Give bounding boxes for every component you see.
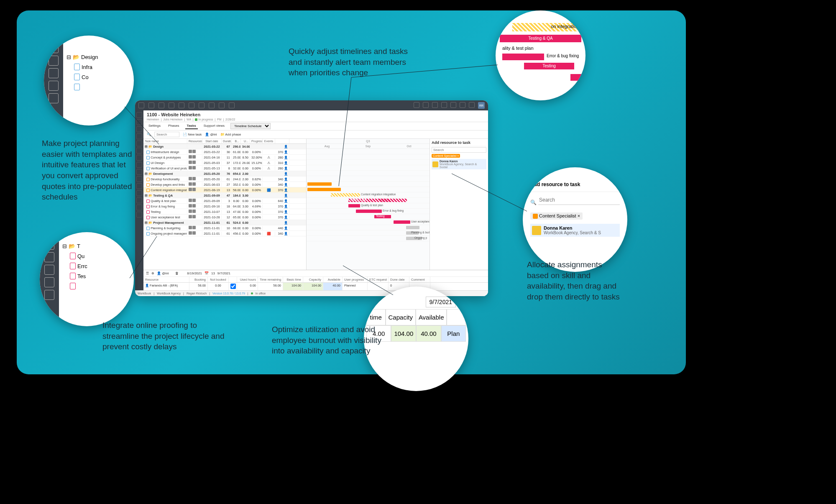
task-row[interactable]: Planning & budgeting2021-11-011068.000.0… bbox=[143, 225, 306, 231]
tab-tasks[interactable]: Tasks bbox=[185, 123, 198, 129]
rail-icon[interactable] bbox=[136, 183, 142, 189]
date-from[interactable]: 8/19/2021 bbox=[187, 271, 202, 275]
task-row[interactable]: Quality & test plan2021-09-0938.000.000.… bbox=[143, 198, 306, 204]
doc-icon[interactable] bbox=[49, 56, 59, 66]
rail-icon[interactable] bbox=[136, 133, 142, 139]
gear-icon[interactable] bbox=[469, 102, 475, 108]
rail-icon[interactable] bbox=[136, 162, 142, 168]
rail-icon[interactable] bbox=[136, 126, 142, 132]
gantt-bar[interactable] bbox=[570, 74, 583, 81]
gantt-bar[interactable] bbox=[356, 210, 382, 213]
task-row[interactable]: ⊟ 📂 Testing & QA2021-09-0947184.03.00 👤 bbox=[143, 193, 306, 198]
search-icon[interactable] bbox=[44, 265, 54, 275]
user-avatar[interactable]: RR bbox=[478, 102, 485, 109]
gantt-row[interactable]: User acceptance t bbox=[307, 220, 430, 225]
rail-icon[interactable] bbox=[136, 155, 142, 161]
rail-icon[interactable] bbox=[136, 119, 142, 125]
gantt-row[interactable]: Planning & budge bbox=[307, 230, 430, 236]
add-icon[interactable]: ⊕ bbox=[151, 271, 154, 275]
nav-icon[interactable] bbox=[209, 102, 215, 108]
date-to[interactable]: 9/7/2021 bbox=[217, 271, 230, 275]
gantt-row[interactable] bbox=[307, 176, 430, 182]
gantt-row[interactable]: Error & bug fixing bbox=[307, 209, 430, 214]
briefcase-icon[interactable] bbox=[44, 290, 54, 300]
print-icon[interactable] bbox=[450, 102, 456, 108]
task-row[interactable]: Ongoing project manageme2021-11-0161456.… bbox=[143, 231, 306, 236]
task-row[interactable]: Errc bbox=[60, 261, 134, 271]
gantt-row[interactable] bbox=[307, 165, 430, 171]
gantt-row[interactable]: Testing & QA bbox=[307, 198, 430, 203]
clipboard-icon[interactable] bbox=[49, 68, 59, 78]
gantt-bar[interactable] bbox=[406, 226, 419, 229]
tab-support-views[interactable]: Support views bbox=[202, 123, 226, 129]
task-row[interactable]: Tes bbox=[60, 271, 134, 281]
globe-icon[interactable] bbox=[423, 102, 429, 108]
task-row[interactable]: Verification of UI and proto2021-05-1383… bbox=[143, 166, 306, 171]
mail-icon[interactable] bbox=[44, 240, 54, 250]
task-row[interactable]: Infra bbox=[64, 62, 134, 72]
skill-chip[interactable]: Content Specialist × bbox=[530, 212, 583, 220]
gantt-bar[interactable]: Testing bbox=[524, 63, 574, 69]
nav-icon[interactable] bbox=[159, 102, 164, 108]
task-row[interactable]: ⊟ 📂 Design2021-03-2267290.034.00 👤 bbox=[143, 144, 306, 149]
gantt-row[interactable] bbox=[307, 154, 430, 160]
nav-icon[interactable] bbox=[148, 102, 154, 108]
view-select[interactable]: Timeline Schedule bbox=[230, 123, 271, 129]
task-row[interactable] bbox=[64, 82, 134, 92]
gantt-row[interactable] bbox=[307, 160, 430, 165]
gantt-bar[interactable] bbox=[502, 54, 544, 60]
rail-icon[interactable] bbox=[136, 212, 142, 217]
rail-icon[interactable] bbox=[136, 205, 142, 210]
task-row[interactable]: ⊟ 📂 Development2021-05-2076654.02.00 👤 bbox=[143, 171, 306, 177]
nav-icon[interactable] bbox=[138, 102, 144, 108]
task-row[interactable]: Develop functionality2021-05-2061244.02.… bbox=[143, 177, 306, 182]
gantt-bar[interactable] bbox=[331, 193, 360, 197]
calc-icon[interactable] bbox=[49, 81, 59, 91]
gantt-row[interactable]: Testing bbox=[307, 214, 430, 220]
task-row[interactable] bbox=[60, 281, 134, 291]
nav-icon[interactable] bbox=[189, 102, 194, 108]
nav-icon[interactable] bbox=[199, 102, 205, 108]
resource-person[interactable]: Donna Karen WorkBook Agency, Search & So… bbox=[432, 159, 486, 169]
gantt-row[interactable] bbox=[307, 225, 430, 230]
row-checkbox[interactable] bbox=[230, 284, 236, 289]
gantt-bar[interactable] bbox=[348, 204, 360, 207]
help-icon[interactable] bbox=[460, 102, 465, 108]
task-row[interactable]: Qu bbox=[60, 251, 134, 261]
tab-settings[interactable]: Settings bbox=[147, 123, 162, 129]
new-task-button[interactable]: 📄 New task bbox=[183, 133, 202, 136]
task-row[interactable]: Infrastructure design2021-03-223061.000.… bbox=[143, 149, 306, 155]
gantt-bar[interactable] bbox=[307, 182, 332, 186]
file-icon[interactable] bbox=[44, 252, 54, 262]
gantt-row[interactable] bbox=[307, 171, 430, 176]
task-row[interactable]: Concept & prototypes2021-04-161125.008.5… bbox=[143, 155, 306, 160]
task-row[interactable]: Testing2021-10-071347.000.000.00%370 👤 bbox=[143, 209, 306, 215]
folder-row[interactable]: ⊟📂Design bbox=[64, 52, 134, 62]
task-row[interactable]: Co bbox=[64, 72, 134, 82]
task-row[interactable]: Error & bug fixing2021-09-161864.003.004… bbox=[143, 204, 306, 209]
chat-icon[interactable] bbox=[49, 43, 59, 53]
task-row[interactable]: User acceptance test2021-10-281265.000.0… bbox=[143, 215, 306, 220]
resource-person[interactable]: Donna KarenWorkBook Agency, Search & S bbox=[530, 224, 620, 237]
gantt-row[interactable]: Quality & test plan bbox=[307, 203, 430, 209]
task-row[interactable]: ⊟ 📂 Project Management2021-11-0161524.00… bbox=[143, 220, 306, 225]
gantt-row[interactable] bbox=[307, 187, 430, 192]
rail-icon[interactable] bbox=[136, 176, 142, 182]
nav-icon[interactable] bbox=[229, 102, 235, 108]
bag-icon[interactable] bbox=[44, 277, 54, 287]
search-input[interactable] bbox=[154, 132, 179, 137]
pin-icon[interactable] bbox=[414, 102, 419, 108]
flag-icon[interactable] bbox=[441, 102, 447, 108]
task-row[interactable]: UI Design2021-05-0337172.026.0015.12%⚠31… bbox=[143, 160, 306, 166]
rail-icon[interactable] bbox=[136, 169, 142, 175]
rail-icon[interactable] bbox=[136, 112, 142, 118]
nav-icon[interactable] bbox=[169, 102, 174, 108]
rail-icon[interactable] bbox=[136, 141, 142, 146]
skill-chip[interactable]: Content Specialist × bbox=[432, 154, 460, 158]
tab-phases[interactable]: Phases bbox=[166, 123, 181, 129]
search-icon[interactable] bbox=[432, 102, 438, 108]
task-row[interactable]: Develop pages and links2021-06-0327352.0… bbox=[143, 182, 306, 187]
search-input[interactable] bbox=[538, 195, 620, 205]
gantt-row[interactable] bbox=[307, 149, 430, 154]
cart-icon[interactable] bbox=[49, 93, 59, 103]
